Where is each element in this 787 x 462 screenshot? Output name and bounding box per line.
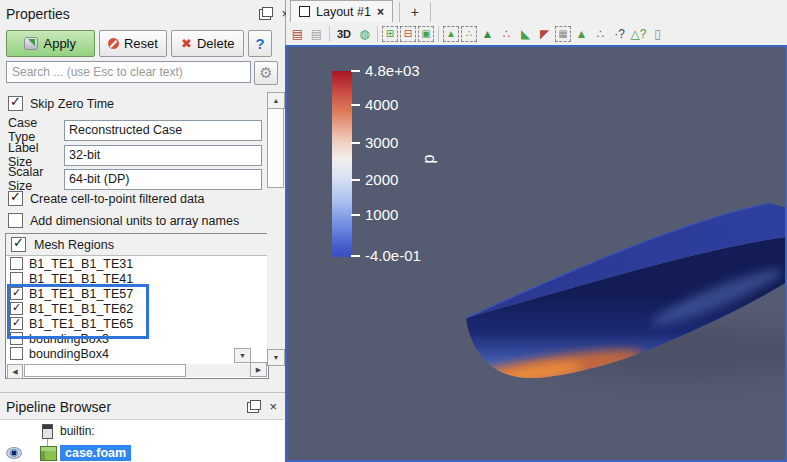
- select-block-icon[interactable]: ▦: [555, 26, 571, 42]
- scroll-left-button[interactable]: ◀: [7, 364, 23, 379]
- mesh-regions-header-checkbox[interactable]: [11, 237, 26, 252]
- float-panel-icon[interactable]: [247, 402, 259, 413]
- select-points-polygon-icon[interactable]: ◤: [536, 25, 553, 42]
- layout-icon: [299, 6, 310, 17]
- select-cells-through-icon[interactable]: ▲: [479, 25, 496, 42]
- mesh-region-row[interactable]: B1_TE1_B1_TE31: [6, 256, 268, 271]
- dimensional-units-checkbox[interactable]: [8, 213, 23, 228]
- render-view[interactable]: 4.8e+03 4000 3000 2000 1000 -4.0e-01 p: [285, 45, 787, 462]
- mesh-region-checkbox[interactable]: [10, 332, 23, 345]
- visibility-eye-icon[interactable]: [6, 447, 22, 459]
- skip-zero-time-row[interactable]: Skip Zero Time: [8, 96, 114, 111]
- properties-scrollbar[interactable]: ▲ ▼: [267, 92, 283, 366]
- delete-label: Delete: [197, 36, 235, 51]
- mesh-regions-header[interactable]: Mesh Regions: [6, 234, 268, 256]
- toggle-3d-icon[interactable]: 3D: [334, 25, 354, 42]
- reset-button[interactable]: Reset: [99, 30, 168, 57]
- gear-icon: ⚙: [259, 64, 272, 82]
- delete-button[interactable]: ✖ Delete: [171, 30, 244, 57]
- zoom-to-data-icon[interactable]: ▣: [418, 26, 434, 42]
- hover-points-icon[interactable]: △?: [630, 25, 647, 42]
- case-type-label: Case Type: [8, 116, 64, 144]
- mesh-region-checkbox[interactable]: [10, 272, 23, 285]
- pipeline-tree: builtin: case.foam: [0, 419, 284, 462]
- mesh-scroll-down-button[interactable]: ▼: [234, 348, 251, 363]
- pipeline-item-casefoam[interactable]: case.foam: [6, 444, 131, 462]
- scroll-thumb[interactable]: [267, 108, 284, 188]
- add-layout-tab[interactable]: +: [399, 2, 431, 22]
- float-panel-icon[interactable]: [259, 9, 271, 20]
- mesh-horizontal-scrollbar[interactable]: ◀: [7, 364, 252, 377]
- search-input[interactable]: [6, 61, 251, 83]
- legend-min-label: -4.0e-01: [365, 247, 421, 264]
- copy-screenshot-icon[interactable]: ▤: [289, 25, 306, 42]
- mesh-region-label: boundingBox3: [29, 332, 109, 346]
- select-points-through-icon[interactable]: ∴: [498, 25, 515, 42]
- apply-label: Apply: [43, 36, 76, 51]
- mesh-region-checkbox[interactable]: [10, 347, 23, 360]
- apply-button[interactable]: Apply: [6, 30, 95, 57]
- legend-label: 4000: [365, 96, 398, 113]
- scroll-down-button[interactable]: ▼: [267, 349, 285, 366]
- mesh-region-checkbox[interactable]: [10, 317, 23, 330]
- legend-tick: [351, 142, 360, 144]
- interactive-select-points-icon[interactable]: ∴: [592, 25, 609, 42]
- case-type-select[interactable]: Reconstructed Case: [64, 120, 262, 141]
- hover-cells-icon[interactable]: ·?: [611, 25, 628, 42]
- mesh-region-row[interactable]: B1_TE1_B1_TE57: [6, 286, 268, 301]
- scroll-right-button[interactable]: ▶: [250, 362, 267, 377]
- legend-tick: [351, 255, 360, 257]
- mesh-region-checkbox[interactable]: [10, 257, 23, 270]
- dataset-cube-icon: [40, 446, 57, 461]
- mesh-region-row[interactable]: B1_TE1_B1_TE62: [6, 301, 268, 316]
- help-button[interactable]: ?: [248, 30, 272, 57]
- legend-label: 3000: [365, 134, 398, 151]
- scroll-up-button[interactable]: ▲: [267, 92, 285, 109]
- skip-zero-time-checkbox[interactable]: [8, 96, 23, 111]
- cell-to-point-checkbox[interactable]: [8, 191, 23, 206]
- casefoam-label[interactable]: case.foam: [60, 445, 131, 461]
- mesh-region-checkbox[interactable]: [10, 287, 23, 300]
- apply-icon: [24, 37, 38, 50]
- close-panel-icon[interactable]: ×: [269, 402, 277, 412]
- select-points-rect-icon[interactable]: ∴: [461, 26, 477, 42]
- copy-camera-icon[interactable]: ▤: [308, 25, 325, 42]
- builtin-label: builtin:: [60, 424, 95, 438]
- tab-layout-1[interactable]: Layout #1 ×: [290, 0, 393, 22]
- zoom-out-box-icon[interactable]: ⊟: [400, 26, 416, 42]
- properties-button-row: Apply Reset ✖ Delete ?: [6, 30, 272, 57]
- view-toolbar: ▤ ▤ 3D ◍ ⊞ ⊟ ▣ ▲ ∴ ▲ ∴ ◣ ◤ ▦ ▲ ∴ ·? △? ▯: [286, 22, 787, 45]
- interactive-select-cells-icon[interactable]: ▲: [573, 25, 590, 42]
- legend-tick: [351, 70, 360, 72]
- pipeline-item-builtin[interactable]: builtin:: [42, 422, 95, 440]
- layout-tab-bar: Layout #1 × +: [286, 0, 787, 23]
- mesh-regions-header-label: Mesh Regions: [34, 238, 114, 252]
- mesh-region-row[interactable]: boundingBox4: [6, 346, 268, 361]
- scalar-size-select[interactable]: 64-bit (DP): [64, 169, 262, 190]
- dimensional-units-row[interactable]: Add dimensional units to array names: [8, 213, 239, 228]
- mesh-region-row[interactable]: B1_TE1_B1_TE65: [6, 316, 268, 331]
- select-cells-rect-icon[interactable]: ▲: [443, 26, 459, 42]
- close-tab-icon[interactable]: ×: [377, 5, 384, 19]
- color-legend-bar[interactable]: [332, 71, 352, 257]
- skip-zero-time-label: Skip Zero Time: [30, 97, 114, 111]
- mesh-region-row[interactable]: B1_TE1_B1_TE41: [6, 271, 268, 286]
- mesh-region-checkbox[interactable]: [10, 302, 23, 315]
- label-size-select[interactable]: 32-bit: [64, 145, 262, 166]
- scroll-thumb[interactable]: [24, 364, 186, 377]
- legend-label: 1000: [365, 206, 398, 223]
- cell-to-point-row[interactable]: Create cell-to-point filtered data: [8, 191, 204, 206]
- reset-camera-icon[interactable]: ◍: [356, 25, 373, 42]
- clear-selection-icon[interactable]: ▯: [649, 25, 666, 42]
- mesh-region-label: B1_TE1_B1_TE41: [29, 272, 133, 286]
- legend-tick: [351, 179, 360, 181]
- select-cells-polygon-icon[interactable]: ◣: [517, 25, 534, 42]
- boat-hull-3d-object[interactable]: [287, 47, 785, 460]
- zoom-to-box-icon[interactable]: ⊞: [382, 26, 398, 42]
- legend-max-label: 4.8e+03: [365, 62, 420, 79]
- toolbar-separator: [329, 26, 330, 42]
- mesh-region-row[interactable]: boundingBox3: [6, 331, 268, 346]
- search-options-button[interactable]: ⚙: [254, 61, 278, 85]
- mesh-region-label: B1_TE1_B1_TE57: [29, 287, 133, 301]
- reset-icon: [108, 38, 119, 49]
